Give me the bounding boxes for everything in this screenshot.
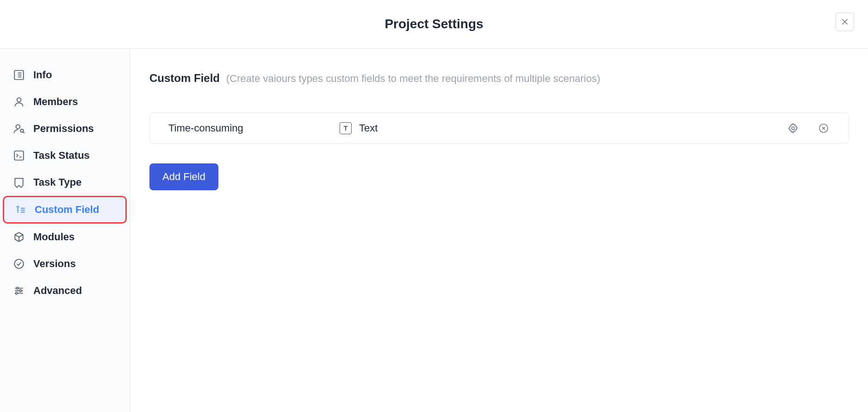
- field-type: T Text: [340, 122, 787, 134]
- page-title: Project Settings: [384, 17, 483, 31]
- sidebar-item-modules[interactable]: Modules: [0, 224, 130, 250]
- field-type-label: Text: [359, 122, 378, 134]
- sidebar-item-versions[interactable]: Versions: [0, 250, 130, 277]
- section-title: Custom Field: [149, 72, 220, 85]
- delete-icon: [818, 123, 829, 134]
- sidebar-item-custom-field[interactable]: Custom Field: [3, 196, 127, 224]
- sidebar-item-task-type[interactable]: Task Type: [0, 169, 130, 196]
- svg-point-11: [20, 129, 24, 132]
- task-status-icon: [13, 150, 25, 162]
- sidebar-item-label: Task Type: [33, 176, 81, 188]
- sidebar-item-members[interactable]: Members: [0, 88, 130, 115]
- modules-icon: [13, 231, 25, 243]
- text-type-icon: T: [340, 122, 352, 134]
- sidebar: Info Members Permissions Task Status: [0, 49, 130, 412]
- sidebar-item-label: Info: [33, 69, 52, 81]
- svg-point-27: [15, 292, 17, 294]
- section-subtitle: (Create vaiours types custom fields to m…: [226, 73, 600, 85]
- add-field-button[interactable]: Add Field: [149, 163, 218, 190]
- info-icon: [13, 69, 25, 81]
- members-icon: [13, 96, 25, 108]
- field-name: Time-consuming: [168, 122, 340, 134]
- field-actions: [787, 122, 830, 134]
- svg-line-12: [23, 132, 25, 133]
- permissions-icon: [13, 123, 25, 135]
- svg-point-21: [14, 259, 24, 268]
- svg-point-28: [792, 127, 794, 130]
- section-header: Custom Field (Create vaiours types custo…: [149, 72, 849, 85]
- sidebar-item-label: Modules: [33, 231, 74, 243]
- sidebar-item-advanced[interactable]: Advanced: [0, 277, 130, 304]
- svg-point-10: [16, 125, 20, 129]
- sidebar-item-label: Custom Field: [35, 204, 99, 216]
- sidebar-item-label: Versions: [33, 258, 76, 270]
- close-button[interactable]: [836, 12, 854, 31]
- custom-field-icon: [14, 204, 26, 216]
- field-settings-button[interactable]: [787, 122, 799, 134]
- sidebar-item-label: Advanced: [33, 285, 82, 297]
- field-row: Time-consuming T Text: [149, 112, 849, 144]
- dialog-header: Project Settings: [0, 0, 868, 49]
- versions-icon: [13, 258, 25, 270]
- task-type-icon: [13, 176, 25, 188]
- sidebar-item-task-status[interactable]: Task Status: [0, 142, 130, 169]
- close-icon: [840, 17, 849, 26]
- content-area: Info Members Permissions Task Status: [0, 49, 868, 412]
- gear-icon: [787, 123, 799, 134]
- advanced-icon: [13, 285, 25, 297]
- sidebar-item-permissions[interactable]: Permissions: [0, 115, 130, 142]
- field-list: Time-consuming T Text: [149, 112, 849, 144]
- svg-point-25: [19, 290, 21, 292]
- main-panel: Custom Field (Create vaiours types custo…: [130, 49, 868, 412]
- svg-rect-13: [14, 151, 24, 160]
- sidebar-item-info[interactable]: Info: [0, 62, 130, 88]
- sidebar-item-label: Permissions: [33, 123, 94, 135]
- sidebar-item-label: Members: [33, 96, 78, 108]
- sidebar-item-label: Task Status: [33, 150, 90, 162]
- svg-point-23: [17, 287, 19, 289]
- svg-point-9: [17, 98, 21, 102]
- field-delete-button[interactable]: [818, 122, 830, 134]
